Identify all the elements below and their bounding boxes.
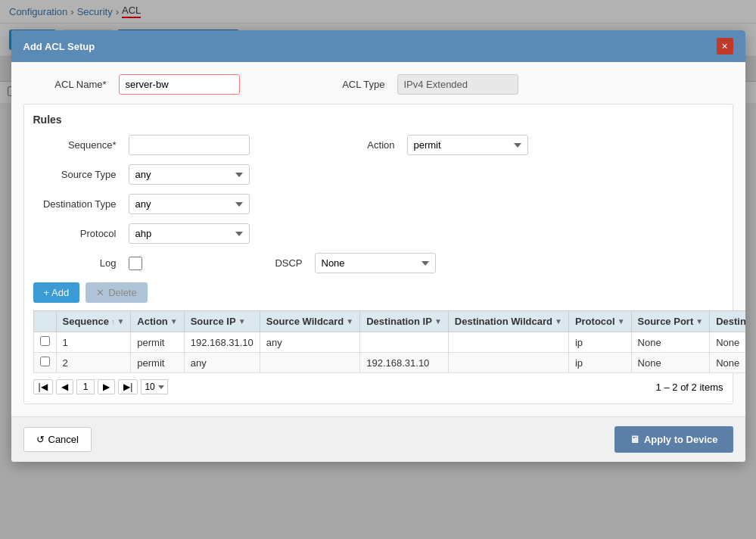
- row-dest-ip: 192.168.31.10: [360, 353, 449, 373]
- source-type-label: Source Type: [33, 169, 117, 180]
- cancel-icon: ↺: [36, 434, 45, 445]
- protocol-row: Protocol ahp ip tcp udp icmp: [33, 223, 723, 244]
- row-source-port: None: [631, 332, 710, 353]
- modal-close-button[interactable]: ×: [717, 38, 733, 55]
- rules-title: Rules: [33, 114, 723, 126]
- row-source-wildcard: any: [260, 332, 359, 353]
- log-label: Log: [33, 257, 117, 269]
- sequence-action-row: Sequence* Action permit deny: [33, 135, 723, 155]
- row-dest-ip: [360, 332, 449, 353]
- cancel-button[interactable]: ↺ Cancel: [23, 427, 92, 452]
- sequence-input[interactable]: [129, 135, 250, 155]
- row-checkbox[interactable]: [40, 336, 50, 346]
- log-checkbox[interactable]: [129, 257, 142, 270]
- row-protocol: ip: [568, 332, 631, 353]
- th-dest-ip-label: Destination IP: [366, 316, 432, 327]
- row-check[interactable]: [33, 353, 56, 373]
- row-dest-wildcard: [448, 353, 568, 373]
- row-source-ip: any: [184, 353, 260, 373]
- first-page-button[interactable]: |◀: [33, 379, 53, 394]
- page-number: 1: [76, 379, 95, 394]
- row-source-port: None: [631, 353, 710, 373]
- last-page-button[interactable]: ▶|: [118, 379, 138, 394]
- th-protocol-label: Protocol: [575, 316, 615, 327]
- dscp-label: DSCP: [257, 257, 303, 269]
- apply-label: Apply to Device: [644, 434, 718, 445]
- delete-rule-button[interactable]: ✕ Delete: [86, 282, 148, 303]
- action-select[interactable]: permit deny: [407, 135, 528, 155]
- delete-rule-label: Delete: [108, 287, 137, 298]
- th-dest-port-label: Destination Port: [716, 316, 745, 327]
- th-dest-wildcard-label: Destination Wildcard: [455, 316, 552, 327]
- destination-type-select[interactable]: any host network: [129, 194, 250, 214]
- row-dest-port: None: [710, 332, 745, 353]
- pagination-left: |◀ ◀ 1 ▶ ▶| 10 25 50: [33, 379, 169, 394]
- source-type-row: Source Type any host network: [33, 164, 723, 185]
- modal-header: Add ACL Setup ×: [11, 30, 745, 62]
- th-dest-ip: Destination IP ▼: [360, 311, 449, 332]
- row-action: permit: [131, 332, 184, 353]
- page-size-select[interactable]: 10 25 50: [141, 379, 168, 394]
- source-port-filter-icon[interactable]: ▼: [695, 317, 703, 326]
- th-action-label: Action: [137, 316, 167, 327]
- dest-wildcard-filter-icon[interactable]: ▼: [555, 317, 562, 326]
- th-sequence-label: Sequence: [63, 316, 109, 327]
- pagination-total: 1 – 2 of 2 items: [656, 382, 723, 393]
- th-source-port-label: Source Port: [638, 316, 694, 327]
- add-rule-button[interactable]: + Add: [33, 282, 80, 303]
- table-row: 2 permit any 192.168.31.10 ip None None …: [33, 353, 745, 373]
- action-label: Action: [350, 139, 395, 151]
- sequence-filter-icon[interactable]: ▼: [117, 317, 124, 326]
- th-source-port: Source Port ▼: [631, 311, 710, 332]
- destination-type-label: Destination Type: [33, 198, 117, 210]
- th-protocol: Protocol ▼: [568, 311, 631, 332]
- dest-ip-filter-icon[interactable]: ▼: [434, 317, 442, 326]
- row-dest-wildcard: [448, 332, 568, 353]
- dscp-select[interactable]: None: [315, 253, 436, 273]
- acl-type-label: ACL Type: [325, 79, 385, 90]
- th-check: [33, 311, 56, 332]
- th-sequence: Sequence ↑ ▼: [56, 311, 131, 332]
- th-action: Action ▼: [131, 311, 184, 332]
- apply-to-device-button[interactable]: 🖥 Apply to Device: [614, 426, 733, 453]
- row-seq: 2: [56, 353, 131, 373]
- rules-table-header-row: Sequence ↑ ▼ Action ▼: [33, 311, 745, 332]
- add-acl-modal: Add ACL Setup × ACL Name* ACL Type IPv4 …: [11, 30, 745, 462]
- th-dest-port: Destination Port ▼: [710, 311, 745, 332]
- source-ip-filter-icon[interactable]: ▼: [238, 317, 246, 326]
- modal-footer: ↺ Cancel 🖥 Apply to Device: [11, 416, 745, 462]
- sequence-sort-icon[interactable]: ↑: [111, 318, 115, 326]
- modal-overlay: Add ACL Setup × ACL Name* ACL Type IPv4 …: [0, 0, 756, 539]
- next-page-button[interactable]: ▶: [98, 379, 115, 394]
- protocol-label: Protocol: [33, 228, 117, 239]
- th-source-ip-label: Source IP: [191, 316, 236, 327]
- acl-name-input[interactable]: [119, 74, 240, 95]
- row-seq: 1: [56, 332, 131, 353]
- rules-table: Sequence ↑ ▼ Action ▼: [33, 310, 745, 373]
- rule-buttons: + Add ✕ Delete: [33, 282, 723, 303]
- delete-icon: ✕: [96, 287, 104, 298]
- destination-type-row: Destination Type any host network: [33, 194, 723, 214]
- th-source-wildcard-label: Source Wildcard: [266, 316, 344, 327]
- row-check[interactable]: [33, 332, 56, 353]
- protocol-select[interactable]: ahp ip tcp udp icmp: [129, 223, 250, 244]
- prev-page-button[interactable]: ◀: [56, 379, 73, 394]
- log-dscp-row: Log DSCP None: [33, 253, 723, 273]
- row-source-wildcard: [260, 353, 359, 373]
- th-dest-wildcard: Destination Wildcard ▼: [448, 311, 568, 332]
- modal-body: ACL Name* ACL Type IPv4 Extended Rules S…: [11, 62, 745, 416]
- acl-type-value: IPv4 Extended: [397, 74, 518, 95]
- row-checkbox[interactable]: [40, 357, 50, 366]
- action-filter-icon[interactable]: ▼: [170, 317, 178, 326]
- protocol-filter-icon[interactable]: ▼: [618, 317, 625, 326]
- source-wildcard-filter-icon[interactable]: ▼: [346, 317, 353, 326]
- modal-title: Add ACL Setup: [23, 41, 95, 52]
- source-type-select[interactable]: any host network: [129, 164, 250, 185]
- table-row: 1 permit 192.168.31.10 any ip None None …: [33, 332, 745, 353]
- row-protocol: ip: [568, 353, 631, 373]
- pagination: |◀ ◀ 1 ▶ ▶| 10 25 50 1 – 2 of 2 items: [33, 379, 723, 394]
- cancel-label: Cancel: [48, 434, 79, 445]
- rules-section: Rules Sequence* Action permit deny Sourc…: [23, 104, 733, 404]
- th-source-wildcard: Source Wildcard ▼: [260, 311, 359, 332]
- sequence-label: Sequence*: [33, 139, 117, 151]
